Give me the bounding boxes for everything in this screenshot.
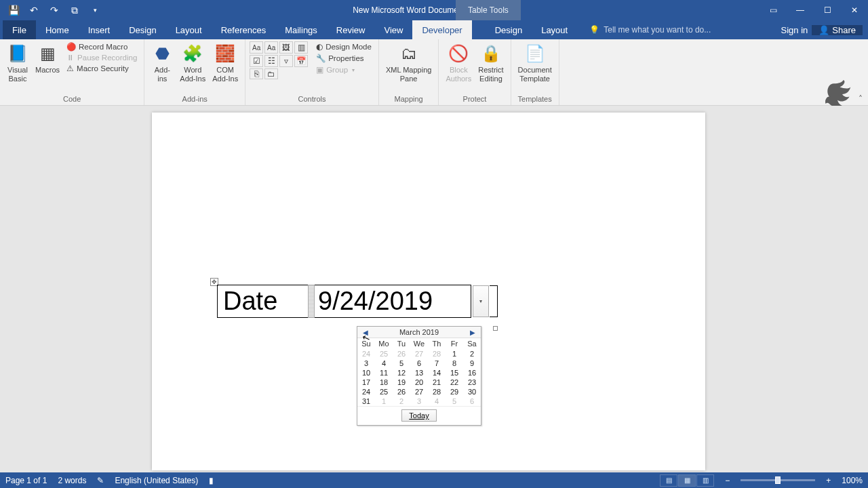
calendar-day[interactable]: 5: [393, 359, 410, 368]
calendar-day[interactable]: 21: [428, 378, 446, 387]
document-template-button[interactable]: 📄Document Template: [515, 41, 555, 84]
save-icon[interactable]: 💾: [4, 1, 23, 19]
calendar-day[interactable]: 6: [410, 359, 428, 368]
calendar-day[interactable]: 20: [410, 378, 428, 387]
qat-dropdown-icon[interactable]: ▾: [85, 1, 104, 19]
calendar-day[interactable]: 4: [428, 396, 446, 406]
calendar-day[interactable]: 26: [393, 387, 410, 396]
calendar-day[interactable]: 3: [410, 396, 428, 406]
calendar-day[interactable]: 27: [410, 387, 428, 396]
view-print-icon[interactable]: ▦: [678, 474, 696, 487]
calendar-day[interactable]: 1: [446, 349, 463, 359]
redo-icon[interactable]: ↷: [45, 1, 64, 19]
table-cell-empty[interactable]: [490, 285, 498, 317]
control-combobox-icon[interactable]: ☷: [264, 55, 278, 67]
calendar-today-button[interactable]: Today: [401, 409, 436, 422]
control-picture-icon[interactable]: 🖼: [279, 41, 293, 54]
record-macro-button[interactable]: 🔴Record Macro: [64, 41, 140, 52]
share-button[interactable]: 👤 Share: [812, 25, 863, 35]
design-mode-button[interactable]: ◐Design Mode: [313, 41, 374, 52]
collapse-ribbon-icon[interactable]: ˄: [859, 94, 863, 104]
document-table[interactable]: Date 9/24/2019 ▾: [217, 285, 471, 318]
calendar-day[interactable]: 24: [357, 349, 375, 359]
calendar-day[interactable]: 5: [446, 396, 463, 406]
control-buildingblock-icon[interactable]: ▥: [294, 41, 308, 54]
tab-developer[interactable]: Developer: [412, 20, 471, 39]
undo-icon[interactable]: ↶: [24, 1, 43, 19]
calendar-day[interactable]: 17: [357, 378, 375, 387]
tab-mailings[interactable]: Mailings: [275, 20, 327, 39]
status-words[interactable]: 2 words: [58, 476, 86, 485]
status-macro-icon[interactable]: ▮: [209, 476, 214, 485]
status-language[interactable]: English (United States): [115, 476, 198, 485]
zoom-slider[interactable]: [741, 479, 815, 481]
calendar-day[interactable]: 4: [375, 359, 393, 368]
zoom-level[interactable]: 100%: [842, 476, 863, 485]
calendar-day[interactable]: 18: [375, 378, 393, 387]
control-plaintext-icon[interactable]: Aa: [264, 41, 278, 54]
touch-mode-icon[interactable]: ⧉: [65, 1, 84, 19]
maximize-icon[interactable]: ☐: [814, 0, 841, 20]
calendar-day[interactable]: 7: [428, 359, 446, 368]
close-icon[interactable]: ✕: [841, 0, 868, 20]
calendar-month-label[interactable]: March 2019: [371, 328, 467, 336]
tab-file[interactable]: File: [3, 20, 36, 39]
tab-references[interactable]: References: [212, 20, 275, 39]
calendar-day[interactable]: 29: [446, 387, 463, 396]
calendar-day[interactable]: 24: [357, 387, 375, 396]
macro-security-button[interactable]: ⚠Macro Security: [64, 63, 140, 74]
tell-me-search[interactable]: 💡 Tell me what you want to do...: [577, 20, 781, 39]
calendar-day[interactable]: 1: [375, 396, 393, 406]
calendar-day[interactable]: 2: [393, 396, 410, 406]
calendar-day[interactable]: 25: [375, 387, 393, 396]
tab-table-layout[interactable]: Layout: [532, 20, 577, 39]
sign-in-link[interactable]: Sign in: [781, 25, 808, 35]
calendar-day[interactable]: 15: [446, 368, 463, 378]
view-web-icon[interactable]: ▥: [696, 474, 714, 487]
tab-table-design[interactable]: Design: [486, 20, 532, 39]
calendar-day[interactable]: 10: [357, 368, 375, 378]
calendar-day[interactable]: 31: [357, 396, 375, 406]
calendar-day[interactable]: 22: [446, 378, 463, 387]
control-repeating-icon[interactable]: ⎘: [250, 68, 263, 79]
datepicker-dropdown-icon[interactable]: ▾: [473, 285, 489, 317]
calendar-day[interactable]: 9: [463, 359, 481, 368]
ribbon-display-icon[interactable]: ▭: [760, 0, 787, 20]
calendar-day[interactable]: 8: [446, 359, 463, 368]
table-resize-handle-icon[interactable]: [493, 326, 498, 331]
tab-view[interactable]: View: [374, 20, 412, 39]
calendar-day[interactable]: 23: [463, 378, 481, 387]
calendar-next-icon[interactable]: ▶: [467, 329, 478, 336]
tab-home[interactable]: Home: [36, 20, 79, 39]
calendar-day[interactable]: 6: [463, 396, 481, 406]
calendar-day[interactable]: 11: [375, 368, 393, 378]
control-legacy-icon[interactable]: 🗀: [264, 68, 278, 79]
table-cell-datepicker[interactable]: 9/24/2019 ▾: [309, 285, 471, 318]
calendar-day[interactable]: 14: [428, 368, 446, 378]
calendar-day[interactable]: 16: [463, 368, 481, 378]
restrict-editing-button[interactable]: 🔒Restrict Editing: [475, 41, 506, 84]
calendar-day[interactable]: 30: [463, 387, 481, 396]
view-read-icon[interactable]: ▤: [660, 474, 677, 487]
control-dropdown-icon[interactable]: ▿: [279, 55, 293, 67]
table-cell-label[interactable]: Date: [218, 285, 309, 318]
content-control-grip-icon[interactable]: [308, 285, 315, 318]
calendar-day[interactable]: 12: [393, 368, 410, 378]
calendar-day[interactable]: 13: [410, 368, 428, 378]
calendar-day[interactable]: 28: [428, 349, 446, 359]
tab-review[interactable]: Review: [327, 20, 375, 39]
tab-layout[interactable]: Layout: [166, 20, 212, 39]
calendar-prev-icon[interactable]: ◀: [360, 329, 371, 336]
macros-button[interactable]: ▦Macros: [33, 41, 62, 76]
zoom-thumb-icon[interactable]: [775, 476, 781, 484]
zoom-out-icon[interactable]: −: [725, 476, 730, 485]
calendar-day[interactable]: 27: [410, 349, 428, 359]
word-addins-button[interactable]: 🧩Word Add-Ins: [177, 41, 208, 84]
tab-design[interactable]: Design: [119, 20, 165, 39]
com-addins-button[interactable]: 🧱COM Add-Ins: [210, 41, 241, 84]
document-area[interactable]: ✥ Date 9/24/2019 ▾ ◀ March 2019 ▶ SuMoTu…: [0, 106, 868, 472]
control-richtext-icon[interactable]: Aa: [250, 41, 263, 54]
calendar-day[interactable]: 3: [357, 359, 375, 368]
calendar-day[interactable]: 2: [463, 349, 481, 359]
calendar-day[interactable]: 25: [375, 349, 393, 359]
